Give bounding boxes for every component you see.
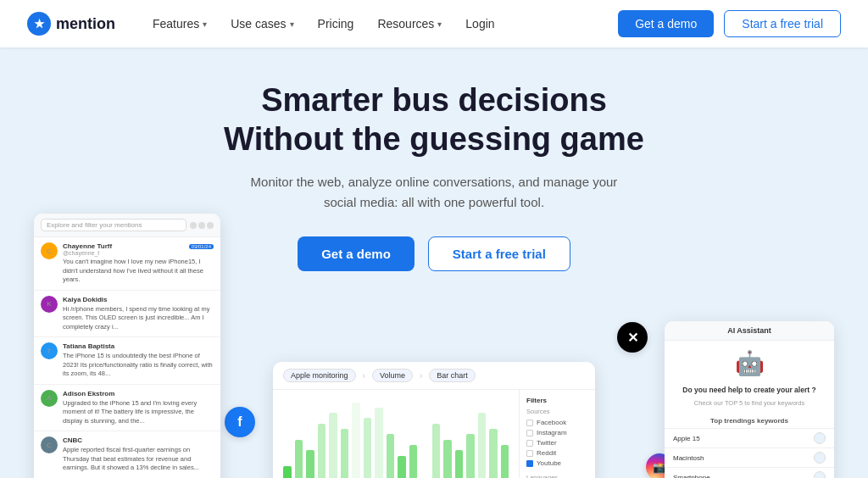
filters-label: Filters bbox=[526, 397, 588, 404]
bar bbox=[318, 424, 326, 478]
bar bbox=[501, 445, 509, 478]
nav-pricing[interactable]: Pricing bbox=[308, 12, 364, 36]
hero-subtitle: Monitor the web, analyze online conversa… bbox=[239, 172, 629, 213]
logo[interactable]: ★ mention bbox=[27, 12, 115, 36]
list-item: A Adison Ekstrom Upgraded to the iPhone … bbox=[34, 385, 220, 432]
bar bbox=[420, 397, 429, 478]
filter-reddit[interactable]: Reddit bbox=[526, 449, 588, 457]
start-trial-button-nav[interactable]: Start a free trial bbox=[724, 10, 841, 37]
bar bbox=[387, 434, 395, 478]
bar bbox=[306, 450, 314, 478]
checkbox-icon bbox=[526, 420, 533, 426]
trend-item: Apple 15 bbox=[665, 428, 834, 447]
list-item: C CNBC Apple reported fiscal first-quart… bbox=[34, 431, 220, 478]
bar bbox=[443, 440, 452, 478]
bar bbox=[329, 413, 337, 478]
bar bbox=[466, 434, 475, 478]
facebook-icon: f bbox=[225, 407, 255, 437]
avatar: C bbox=[41, 436, 58, 453]
ai-assistant-card: AI Assistant 🤖 Do you need help to creat… bbox=[665, 321, 834, 478]
nav-actions: Get a demo Start a free trial bbox=[618, 10, 841, 37]
nav-resources[interactable]: Resources ▾ bbox=[367, 12, 452, 36]
trend-item: Macintosh bbox=[665, 447, 834, 467]
list-item: T Tatiana Baptista The iPhone 15 is undo… bbox=[34, 337, 220, 385]
robot-icon: 🤖 bbox=[665, 341, 834, 386]
filter-twitter[interactable]: Twitter bbox=[526, 439, 588, 447]
avatar: C bbox=[41, 242, 58, 259]
nav-login[interactable]: Login bbox=[455, 12, 504, 36]
chart-filters: Filters Sources Facebook Instagram Twitt… bbox=[519, 390, 595, 478]
feed-icon bbox=[190, 222, 197, 229]
languages-label: Languages bbox=[526, 474, 588, 478]
nav-use-cases[interactable]: Use cases ▾ bbox=[220, 12, 303, 36]
list-item: K Kaiya Dokidis Hi /r/phone members, I s… bbox=[34, 291, 220, 338]
chart-header: Apple monitoring › Volume › Bar chart bbox=[273, 362, 595, 390]
logo-text: mention bbox=[56, 15, 115, 33]
sources-label: Sources bbox=[526, 408, 588, 415]
checkbox-icon bbox=[526, 450, 533, 457]
chevron-down-icon: ▾ bbox=[290, 19, 294, 29]
checkbox-icon bbox=[526, 440, 533, 447]
chip-volume[interactable]: Volume bbox=[372, 369, 413, 382]
get-demo-button-hero[interactable]: Get a demo bbox=[298, 236, 415, 271]
bar bbox=[398, 456, 406, 478]
feed-search[interactable]: Explore and filter your mentions bbox=[41, 219, 186, 231]
avatar: K bbox=[41, 296, 58, 313]
bar bbox=[341, 429, 349, 478]
filter-facebook[interactable]: Facebook bbox=[526, 419, 588, 426]
checkbox-icon bbox=[526, 460, 533, 467]
ai-sub-hint: Check our TOP 5 to find your keywords bbox=[665, 399, 834, 414]
avatar: A bbox=[41, 390, 58, 407]
checkbox-icon bbox=[526, 430, 533, 436]
chevron-down-icon: ▾ bbox=[437, 19, 442, 29]
bar bbox=[409, 445, 418, 478]
bar-chart bbox=[280, 397, 512, 478]
bar bbox=[489, 429, 498, 478]
bar bbox=[352, 403, 360, 478]
chart-main: Dec 09 Dec 10 Dec 19 Dec 20 Dec 21 Dec 2… bbox=[273, 390, 519, 478]
trending-label: Top trendings keywords bbox=[665, 414, 834, 428]
hero-title: Smarter bus decisions Without the guessi… bbox=[224, 81, 644, 158]
list-item: C Chayenne Turff 03/01/24 @chayenne_t Yo… bbox=[34, 237, 220, 291]
feed-icon bbox=[198, 222, 205, 229]
start-trial-button-hero[interactable]: Start a free trial bbox=[428, 236, 570, 271]
bar bbox=[375, 408, 383, 478]
x-icon: ✕ bbox=[617, 322, 648, 353]
trend-dot-icon bbox=[814, 471, 826, 478]
bar bbox=[283, 466, 292, 478]
navbar: ★ mention Features ▾ Use cases ▾ Pricing… bbox=[0, 0, 868, 47]
chevron-down-icon: ▾ bbox=[203, 19, 207, 29]
trend-dot-icon bbox=[814, 432, 826, 444]
bar bbox=[455, 450, 464, 478]
filter-instagram[interactable]: Instagram bbox=[526, 429, 588, 436]
chip-chart-type[interactable]: Bar chart bbox=[429, 369, 476, 382]
feed-header: Explore and filter your mentions bbox=[34, 214, 220, 237]
logo-icon: ★ bbox=[27, 12, 51, 36]
bar bbox=[364, 418, 372, 478]
ai-header: AI Assistant bbox=[665, 321, 834, 341]
feed-icon bbox=[207, 222, 214, 229]
filter-youtube[interactable]: Youtube bbox=[526, 459, 588, 467]
chart-area: Dec 09 Dec 10 Dec 19 Dec 20 Dec 21 Dec 2… bbox=[273, 390, 595, 478]
bar bbox=[478, 413, 487, 478]
screenshots-area: in ✕ f ♪ 📸 Explore and filter your menti… bbox=[17, 305, 851, 478]
social-feed-card: Explore and filter your mentions C Chaye… bbox=[34, 214, 220, 478]
get-demo-button[interactable]: Get a demo bbox=[618, 10, 714, 37]
chip-monitoring[interactable]: Apple monitoring bbox=[283, 369, 356, 382]
nav-features[interactable]: Features ▾ bbox=[142, 12, 217, 36]
bar bbox=[295, 440, 303, 478]
bar bbox=[432, 424, 441, 478]
hero-section: Smarter bus decisions Without the guessi… bbox=[0, 47, 868, 478]
avatar: T bbox=[41, 342, 58, 359]
trend-item: Smartphone bbox=[665, 467, 834, 478]
trend-dot-icon bbox=[814, 452, 826, 464]
nav-links: Features ▾ Use cases ▾ Pricing Resources… bbox=[142, 12, 618, 36]
ai-question: Do you need help to create your alert ? bbox=[665, 386, 834, 399]
hero-buttons: Get a demo Start a free trial bbox=[298, 236, 570, 271]
chart-card: Apple monitoring › Volume › Bar chart De… bbox=[273, 362, 595, 478]
